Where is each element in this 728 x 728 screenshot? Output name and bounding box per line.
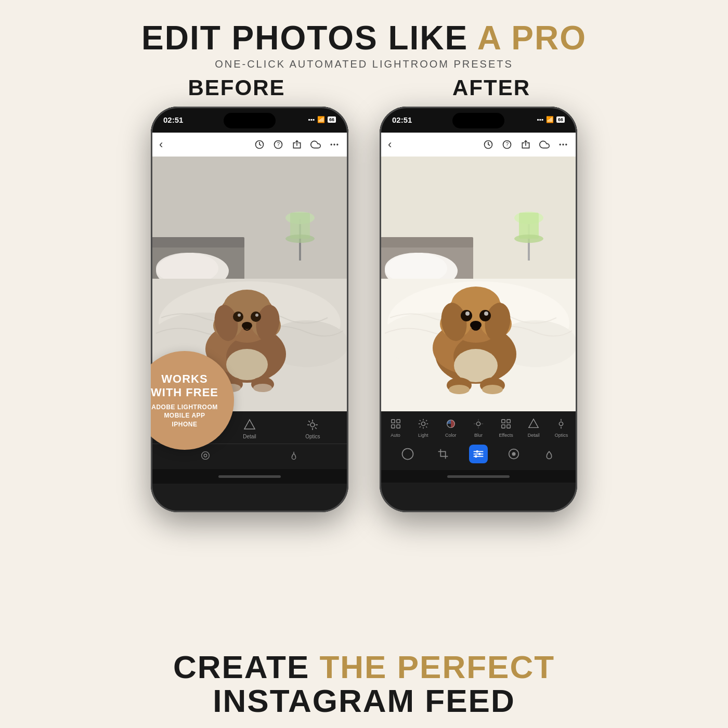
svg-line-49: [315, 427, 317, 429]
footer-create: CREATE: [173, 649, 320, 685]
svg-line-102: [420, 420, 421, 421]
svg-point-89: [484, 311, 488, 316]
svg-line-107: [426, 420, 427, 421]
svg-point-61: [565, 144, 567, 146]
history-icon-after[interactable]: [483, 139, 494, 150]
svg-rect-10: [151, 237, 244, 248]
history-icon[interactable]: [254, 139, 265, 150]
cloud-icon[interactable]: [310, 139, 321, 150]
svg-point-99: [421, 422, 425, 426]
wifi-icon-after: 📶: [546, 116, 554, 123]
light-label: Light: [418, 433, 428, 438]
toolbar-item-optics-after[interactable]: Optics: [550, 417, 572, 438]
svg-point-122: [476, 450, 478, 453]
svg-point-109: [476, 422, 480, 426]
title-highlight: A PRO: [477, 19, 587, 57]
battery-before: 66: [328, 116, 336, 123]
main-title: EDIT PHOTOS LIKE A PRO: [141, 20, 587, 56]
photo-after: [380, 157, 577, 411]
svg-marker-114: [529, 419, 538, 428]
svg-rect-111: [507, 420, 510, 423]
toolbar-after: Auto Light: [380, 411, 577, 470]
svg-marker-44: [244, 420, 255, 429]
share-icon-after[interactable]: [520, 139, 531, 150]
bottom-crop-icon[interactable]: [434, 445, 452, 463]
brush-icon[interactable]: [287, 448, 301, 463]
svg-point-126: [512, 452, 516, 456]
bottom-dot-icon[interactable]: [504, 445, 523, 463]
phones-container: 02:51 ▪▪▪ 📶 66 ‹ ?: [151, 107, 577, 512]
svg-rect-110: [502, 420, 505, 423]
time-after: 02:51: [392, 115, 412, 124]
svg-point-118: [402, 449, 413, 460]
battery-after: 66: [556, 116, 565, 123]
toolbar-item-blur[interactable]: Blur: [467, 417, 489, 438]
more-icon-after[interactable]: [557, 139, 569, 150]
svg-point-59: [560, 144, 561, 146]
svg-line-103: [426, 427, 427, 428]
svg-point-4: [331, 144, 332, 146]
svg-rect-65: [380, 237, 473, 248]
share-icon[interactable]: [291, 139, 303, 150]
cloud-icon-after[interactable]: [539, 139, 550, 150]
more-icon[interactable]: [329, 139, 340, 150]
svg-point-94: [482, 385, 503, 394]
nav-bar-after: ‹ ?: [380, 133, 577, 157]
toolbar-item-optics-before[interactable]: Optics: [298, 418, 327, 439]
svg-point-32: [251, 311, 261, 322]
svg-text:?: ?: [277, 142, 280, 148]
subtitle: ONE-CLICK AUTOMATED LIGHTROOM PRESETS: [141, 58, 587, 70]
detail-icon-before: [242, 418, 257, 432]
svg-text:?: ?: [506, 142, 509, 148]
back-button-after[interactable]: ‹: [388, 138, 392, 151]
toolbar-item-detail-after[interactable]: Detail: [523, 417, 544, 438]
bottom-circle-icon[interactable]: [398, 445, 417, 463]
signal-icon-after: ▪▪▪: [537, 116, 543, 123]
svg-line-106: [420, 427, 421, 428]
svg-point-16: [285, 235, 315, 243]
help-icon-after[interactable]: ?: [501, 139, 513, 150]
bottom-row-after: [380, 441, 577, 467]
toolbar-item-detail-before[interactable]: Detail: [235, 418, 264, 439]
svg-rect-95: [391, 420, 394, 423]
svg-point-24: [226, 349, 268, 380]
svg-rect-98: [396, 425, 399, 428]
svg-rect-112: [502, 425, 505, 428]
toolbar-item-color[interactable]: Color: [440, 417, 462, 438]
svg-point-6: [336, 144, 338, 146]
time-before: 02:51: [163, 115, 183, 124]
svg-rect-113: [507, 425, 510, 428]
svg-point-33: [238, 314, 241, 317]
nav-icons-before: ?: [254, 139, 340, 150]
footer-line1: CREATE THE PERFECT: [173, 650, 555, 684]
svg-rect-97: [391, 425, 394, 428]
effects-label-after: Effects: [499, 433, 513, 438]
help-icon[interactable]: ?: [272, 139, 284, 150]
toolbar-item-effects-after[interactable]: Effects: [495, 417, 517, 438]
svg-point-60: [562, 144, 564, 146]
before-label: BEFORE: [122, 75, 351, 100]
svg-point-34: [255, 314, 258, 317]
svg-point-87: [479, 310, 491, 321]
bottom-sliders-icon[interactable]: [469, 445, 488, 463]
title-part1: EDIT PHOTOS LIKE: [141, 19, 477, 57]
back-button-before[interactable]: ‹: [159, 138, 163, 151]
svg-point-39: [253, 384, 272, 392]
footer-line2: INSTAGRAM FEED: [173, 684, 555, 718]
detail-label-before: Detail: [243, 434, 256, 439]
light-icon: [416, 417, 431, 431]
nav-icons-after: ?: [483, 139, 569, 150]
blur-icon: [471, 417, 486, 431]
home-indicator-before: [151, 469, 348, 484]
svg-point-53: [204, 454, 207, 458]
adjust-icon[interactable]: [198, 448, 213, 463]
toolbar-item-auto[interactable]: Auto: [385, 417, 407, 438]
status-icons-after: ▪▪▪ 📶 66: [537, 116, 565, 123]
bottom-brush2-icon[interactable]: [540, 445, 558, 463]
ba-labels: BEFORE AFTER: [109, 75, 619, 100]
dynamic-island-before: [224, 113, 276, 128]
optics-label-after: Optics: [555, 433, 568, 438]
home-bar-before: [218, 475, 281, 478]
toolbar-item-light[interactable]: Light: [412, 417, 434, 438]
optics-icon-before: [305, 418, 320, 432]
